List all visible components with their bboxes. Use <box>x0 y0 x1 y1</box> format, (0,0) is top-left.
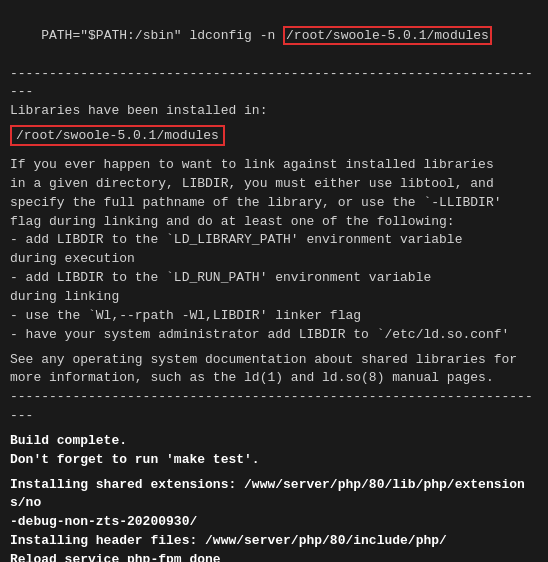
installing-header-files: Installing header files: /www/server/php… <box>10 532 538 551</box>
info-line-3: specify the full pathname of the library… <box>10 194 538 213</box>
info-line-8: during linking <box>10 288 538 307</box>
info-line-7: - add LIBDIR to the `LD_RUN_PATH' enviro… <box>10 269 538 288</box>
reload-service-line: Reload service php-fpm done <box>10 551 538 562</box>
see-docs-line-1: See any operating system documentation a… <box>10 351 538 370</box>
terminal-window: PATH="$PATH:/sbin" ldconfig -n /root/swo… <box>0 0 548 562</box>
make-test-line: Don't forget to run 'make test'. <box>10 451 538 470</box>
build-complete-line: Build complete. <box>10 432 538 451</box>
info-line-10: - have your system administrator add LIB… <box>10 326 538 345</box>
info-line-9: - use the `Wl,--rpath -Wl,LIBDIR' linker… <box>10 307 538 326</box>
info-line-1: If you ever happen to want to link again… <box>10 156 538 175</box>
path-command-prefix: PATH="$PATH:/sbin" ldconfig -n <box>41 28 283 43</box>
see-docs-line-2: more information, such as the ld(1) and … <box>10 369 538 388</box>
info-line-4: flag during linking and do at least one … <box>10 213 538 232</box>
info-line-5: - add LIBDIR to the `LD_LIBRARY_PATH' en… <box>10 231 538 250</box>
libraries-installed-label: Libraries have been installed in: <box>10 102 538 121</box>
installing-shared-extensions-cont: -debug-non-zts-20200930/ <box>10 513 538 532</box>
divider-line-1: ----------------------------------------… <box>10 65 538 103</box>
library-path-block: /root/swoole-5.0.1/modules <box>10 123 538 148</box>
info-line-6: during execution <box>10 250 538 269</box>
terminal-line-path: PATH="$PATH:/sbin" ldconfig -n /root/swo… <box>10 8 538 65</box>
divider-line-2: ----------------------------------------… <box>10 388 538 426</box>
info-line-2: in a given directory, LIBDIR, you must e… <box>10 175 538 194</box>
library-path-value: /root/swoole-5.0.1/modules <box>10 125 225 146</box>
path-highlight-box: /root/swoole-5.0.1/modules <box>283 26 492 45</box>
installing-shared-extensions: Installing shared extensions: /www/serve… <box>10 476 538 514</box>
